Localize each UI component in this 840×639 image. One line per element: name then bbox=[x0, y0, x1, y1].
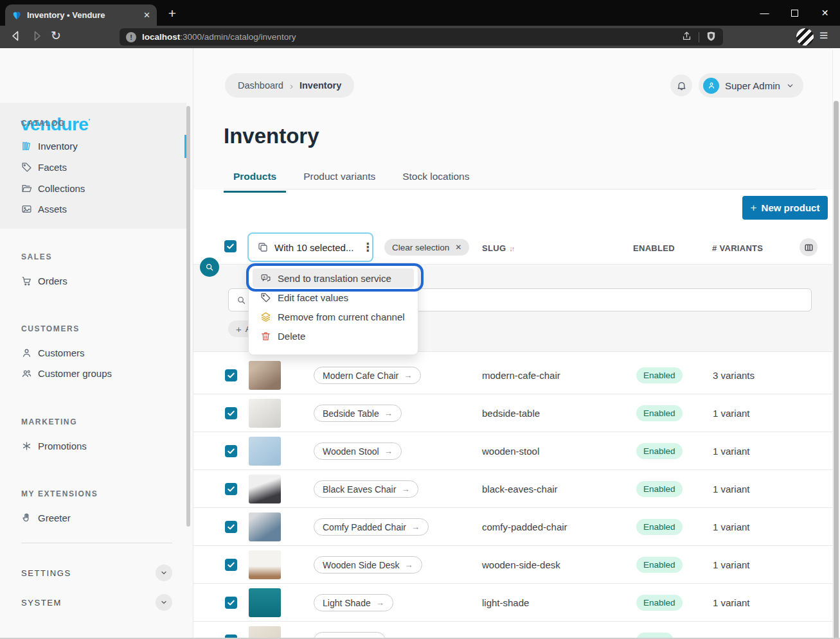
tag-icon bbox=[21, 162, 32, 173]
svg-text:a: a bbox=[263, 275, 265, 279]
status-badge: Enabled bbox=[636, 595, 683, 611]
column-settings-button[interactable] bbox=[800, 238, 818, 256]
reload-button[interactable]: ↻ bbox=[51, 28, 61, 43]
sidebar-item-customer-groups[interactable]: Customer groups bbox=[21, 365, 112, 381]
new-product-button[interactable]: + New product bbox=[742, 196, 828, 220]
scrollbar-thumb[interactable] bbox=[834, 101, 839, 639]
table-row bbox=[193, 622, 832, 639]
product-slug: wooden-stool bbox=[482, 446, 539, 457]
window-maximize-button[interactable] bbox=[780, 0, 810, 26]
sidebar-scrollbar[interactable] bbox=[186, 106, 190, 527]
product-slug: light-shade bbox=[482, 597, 529, 608]
row-checkbox[interactable] bbox=[225, 407, 237, 419]
row-checkbox[interactable] bbox=[225, 483, 237, 495]
tab-title: Inventory • Vendure bbox=[27, 10, 105, 20]
close-icon: ✕ bbox=[455, 243, 461, 252]
notifications-button[interactable] bbox=[670, 74, 692, 96]
table-row: Black Eaves Chair→ black-eaves-chair Ena… bbox=[193, 470, 832, 508]
status-badge: Enabled bbox=[636, 367, 683, 383]
bulk-actions-menu: a Send to translation service Edit facet… bbox=[248, 263, 418, 355]
sidebar-item-orders[interactable]: Orders bbox=[21, 272, 67, 289]
share-icon[interactable] bbox=[681, 31, 692, 44]
product-slug: wooden-side-desk bbox=[482, 559, 560, 570]
group-label-sales: SALES bbox=[21, 252, 52, 261]
variant-count: 1 variant bbox=[713, 597, 750, 608]
hand-icon bbox=[21, 512, 32, 523]
row-checkbox[interactable] bbox=[225, 521, 237, 533]
breadcrumb-dashboard[interactable]: Dashboard bbox=[238, 80, 283, 91]
arrow-right-icon: → bbox=[411, 522, 420, 532]
product-name-link[interactable]: Comfy Padded Chair→ bbox=[314, 518, 429, 536]
sidebar-item-facets[interactable]: Facets bbox=[21, 159, 67, 175]
browser-menu-icon[interactable]: ≡ bbox=[819, 27, 828, 44]
row-checkbox[interactable] bbox=[225, 445, 237, 457]
group-label-marketing: MARKETING bbox=[21, 417, 77, 426]
product-name-link[interactable]: Wooden Side Desk→ bbox=[314, 556, 422, 573]
product-name-link[interactable]: Wooden Stool→ bbox=[314, 442, 402, 460]
back-button[interactable] bbox=[10, 30, 22, 45]
search-toggle-button[interactable] bbox=[200, 258, 219, 277]
bulk-actions-button[interactable]: With 10 selected... ⋮ bbox=[247, 232, 373, 262]
url-bar[interactable]: ! localhost:3000/admin/catalog/inventory bbox=[120, 28, 723, 46]
select-all-checkbox[interactable] bbox=[224, 240, 237, 252]
user-name: Super Admin bbox=[725, 80, 780, 91]
image-icon bbox=[21, 204, 32, 214]
product-thumbnail bbox=[249, 512, 281, 541]
browser-tab[interactable]: Inventory • Vendure ✕ bbox=[5, 4, 157, 26]
column-header-slug[interactable]: SLUG↓↑ bbox=[482, 243, 514, 253]
product-name-link[interactable]: Black Eaves Chair→ bbox=[314, 480, 418, 498]
sidebar-item-assets[interactable]: Assets bbox=[21, 200, 67, 217]
sidebar-section-system[interactable]: SYSTEM bbox=[21, 594, 172, 611]
menu-item-remove-from-channel[interactable]: Remove from current channel bbox=[253, 307, 414, 326]
product-thumbnail bbox=[249, 550, 281, 579]
page-scrollbar[interactable] bbox=[832, 49, 840, 639]
product-slug: comfy-padded-chair bbox=[482, 521, 567, 532]
product-name-link[interactable]: Light Shade→ bbox=[314, 594, 393, 611]
product-thumbnail bbox=[249, 588, 281, 617]
row-checkbox[interactable] bbox=[225, 369, 237, 381]
sidebar-item-collections[interactable]: Collections bbox=[21, 180, 85, 197]
variant-count: 1 variant bbox=[713, 408, 750, 419]
arrow-right-icon: → bbox=[405, 560, 413, 570]
search-icon bbox=[237, 295, 246, 305]
product-thumbnail bbox=[249, 361, 281, 390]
sidebar-item-customers[interactable]: Customers bbox=[21, 344, 85, 361]
row-checkbox[interactable] bbox=[225, 559, 237, 571]
user-menu-button[interactable]: Super Admin bbox=[699, 73, 803, 98]
chevron-down-icon bbox=[786, 82, 794, 90]
breadcrumb-inventory[interactable]: Inventory bbox=[299, 80, 341, 91]
product-thumbnail bbox=[249, 475, 281, 503]
clear-selection-button[interactable]: Clear selection ✕ bbox=[384, 239, 469, 256]
menu-item-send-to-translation-service[interactable]: a Send to translation service bbox=[253, 268, 414, 288]
window-close-button[interactable]: ✕ bbox=[810, 0, 840, 26]
bulk-actions-label: With 10 selected... bbox=[274, 242, 353, 253]
window-minimize-button[interactable]: — bbox=[749, 0, 780, 26]
tab-close-icon[interactable]: ✕ bbox=[143, 10, 150, 20]
breadcrumb: Dashboard › Inventory bbox=[225, 73, 354, 98]
site-info-icon[interactable]: ! bbox=[126, 32, 136, 42]
product-slug: bedside-table bbox=[482, 408, 540, 419]
menu-item-edit-facet-values[interactable]: Edit facet values bbox=[253, 288, 414, 307]
new-tab-button[interactable]: + bbox=[164, 5, 181, 22]
status-badge: Enabled bbox=[636, 519, 683, 535]
forward-button[interactable] bbox=[30, 30, 43, 45]
row-checkbox[interactable] bbox=[225, 597, 237, 609]
menu-item-delete[interactable]: Delete bbox=[253, 326, 414, 346]
brave-shield-icon[interactable] bbox=[706, 31, 717, 44]
product-name-link[interactable]: Bedside Table→ bbox=[314, 405, 402, 422]
variant-count: 1 variant bbox=[713, 484, 750, 495]
sidebar-item-promotions[interactable]: Promotions bbox=[21, 437, 87, 454]
browser-profile-avatar[interactable] bbox=[796, 28, 814, 46]
sidebar-item-inventory[interactable]: Inventory bbox=[21, 137, 78, 154]
books-icon bbox=[21, 141, 32, 152]
user-icon bbox=[21, 347, 32, 358]
asterisk-icon bbox=[21, 441, 32, 451]
chevron-down-icon[interactable] bbox=[156, 594, 172, 611]
sidebar-section-settings[interactable]: SETTINGS bbox=[21, 565, 172, 581]
arrow-right-icon: → bbox=[401, 484, 409, 494]
product-name-link[interactable]: Modern Cafe Chair→ bbox=[314, 367, 421, 384]
sidebar-item-greeter[interactable]: Greeter bbox=[21, 509, 71, 526]
arrow-right-icon: → bbox=[376, 598, 384, 608]
group-label-my-extensions: MY EXTENSIONS bbox=[21, 489, 98, 498]
chevron-down-icon[interactable] bbox=[156, 565, 172, 581]
